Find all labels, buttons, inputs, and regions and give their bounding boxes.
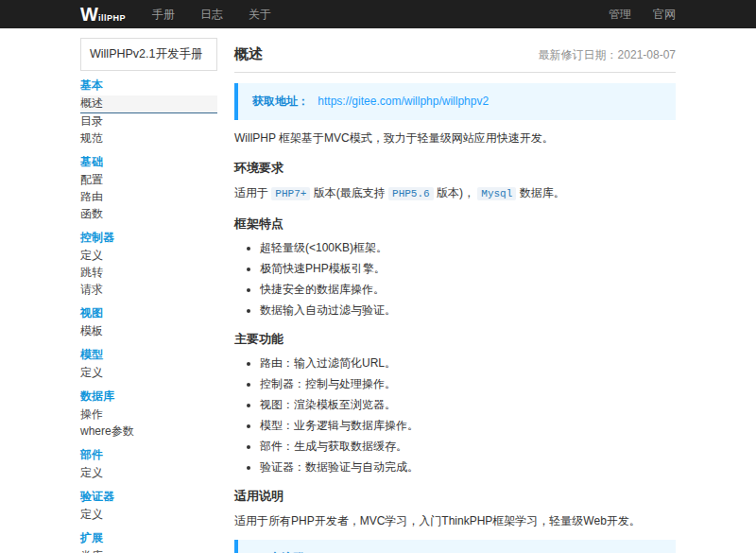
feature-item: 极简快速PHP模板引擎。: [260, 261, 676, 276]
usage-text: 适用于所有PHP开发者，MVC学习，入门ThinkPHP框架学习，轻量级Web开…: [234, 513, 676, 529]
sidebar-group-foundation: 基础: [80, 156, 217, 168]
sidebar-group-database: 数据库: [80, 390, 217, 403]
feature-item: 数据输入自动过滤与验证。: [260, 302, 676, 318]
sidebar-group-extend: 扩展: [80, 532, 217, 544]
sidebar-group-model: 模型: [80, 349, 217, 361]
nav-item-about[interactable]: 关于: [249, 7, 271, 23]
sidebar-group-validator: 验证器: [80, 491, 217, 503]
environment-text: 适用于 PHP7+ 版本(最底支持 PHP5.6 版本)， Mysql 数据库。: [234, 185, 676, 202]
nav-item-manual[interactable]: 手册: [152, 7, 175, 23]
sidebar-item-classlib[interactable]: 类库: [80, 548, 217, 553]
feature-item: 快捷安全的数据库操作。: [260, 282, 676, 297]
logo[interactable]: W illPHP: [80, 5, 126, 24]
nav-item-log[interactable]: 日志: [200, 7, 223, 23]
gitee-repo-link[interactable]: https://gitee.com/willphp/willphpv2: [318, 95, 489, 108]
functions-list: 路由：输入过滤简化URL。 控制器：控制与处理操作。 视图：渲染模板至浏览器。 …: [234, 355, 676, 475]
main-nav: 手册 日志 关于: [152, 7, 271, 23]
section-heading-functions: 主要功能: [234, 331, 676, 348]
nav-item-admin[interactable]: 管理: [609, 7, 631, 23]
sidebar-item-db-operate[interactable]: 操作: [80, 406, 217, 423]
sidebar-group-view: 视图: [80, 307, 217, 320]
intro-text: WillPHP 框架基于MVC模式，致力于轻量级网站应用快速开发。: [234, 130, 676, 147]
top-navbar: W illPHP 手册 日志 关于 管理 官网: [0, 0, 756, 28]
sidebar-item-validator-define[interactable]: 定义: [80, 507, 217, 524]
sidebar-item-request[interactable]: 请求: [80, 282, 217, 299]
page-title: 概述: [234, 45, 263, 63]
sidebar-group-basic: 基本: [80, 79, 217, 92]
sidebar-item-route[interactable]: 路由: [80, 189, 217, 206]
function-item: 模型：业务逻辑与数据库操作。: [260, 418, 676, 433]
manual-title: WillPHPv2.1开发手册: [80, 38, 217, 71]
sidebar-menu: 基本 概述 目录 规范 基础 配置 路由 函数 控制器 定义 跳转 请求 视图 …: [80, 79, 217, 553]
sidebar-item-spec[interactable]: 规范: [80, 130, 217, 147]
logo-big-letter: W: [80, 5, 98, 24]
nav-item-official-site[interactable]: 官网: [653, 7, 676, 23]
qq-info-box: QQ交流群： 325825297: [234, 540, 676, 553]
latest-revision-label: 最新修订日期：: [539, 48, 618, 61]
sidebar-group-widget: 部件: [80, 449, 217, 461]
sidebar-item-template[interactable]: 模板: [80, 323, 217, 340]
features-list: 超轻量级(<100KB)框架。 极简快速PHP模板引擎。 快捷安全的数据库操作。…: [234, 240, 676, 318]
sidebar: WillPHPv2.1开发手册 基本 概述 目录 规范 基础 配置 路由 函数 …: [80, 28, 217, 553]
section-heading-features: 框架特点: [234, 216, 676, 233]
env-text-part: 版本)，: [434, 186, 478, 199]
sidebar-item-catalog[interactable]: 目录: [80, 113, 217, 130]
sidebar-item-model-define[interactable]: 定义: [80, 365, 217, 382]
secondary-nav: 管理 官网: [609, 7, 676, 23]
sidebar-item-where-params[interactable]: where参数: [80, 423, 217, 441]
page-header: 概述 最新修订日期：2021-08-07: [234, 45, 676, 73]
function-item: 部件：生成与获取数据缓存。: [260, 439, 676, 454]
env-text-part: 数据库。: [516, 186, 564, 199]
main-content: 概述 最新修订日期：2021-08-07 获取地址： https://gitee…: [234, 28, 676, 553]
logo-small-text: illPHP: [98, 13, 126, 23]
code-php7: PHP7+: [271, 187, 310, 200]
sidebar-item-controller-define[interactable]: 定义: [80, 248, 217, 265]
latest-revision-date: 最新修订日期：2021-08-07: [539, 47, 676, 63]
section-heading-usage: 适用说明: [234, 488, 676, 505]
function-item: 控制器：控制与处理操作。: [260, 376, 676, 391]
feature-item: 超轻量级(<100KB)框架。: [260, 240, 676, 255]
sidebar-group-controller: 控制器: [80, 232, 217, 244]
function-item: 视图：渲染模板至浏览器。: [260, 397, 676, 412]
sidebar-item-jump[interactable]: 跳转: [80, 265, 217, 282]
sidebar-item-config[interactable]: 配置: [80, 172, 217, 189]
env-text-part: 版本(最底支持: [310, 186, 388, 199]
code-mysql: Mysql: [477, 187, 516, 200]
repo-label: 获取地址：: [252, 95, 309, 108]
sidebar-item-widget-define[interactable]: 定义: [80, 465, 217, 482]
latest-revision-value: 2021-08-07: [618, 48, 676, 61]
repo-info-box: 获取地址： https://gitee.com/willphp/willphpv…: [234, 83, 676, 120]
section-heading-environment: 环境要求: [234, 160, 676, 177]
function-item: 验证器：数据验证与自动完成。: [260, 459, 676, 475]
code-php56: PHP5.6: [388, 187, 434, 200]
env-text-part: 适用于: [234, 186, 271, 199]
sidebar-item-function[interactable]: 函数: [80, 206, 217, 223]
sidebar-item-overview[interactable]: 概述: [80, 95, 217, 113]
function-item: 路由：输入过滤简化URL。: [260, 355, 676, 371]
